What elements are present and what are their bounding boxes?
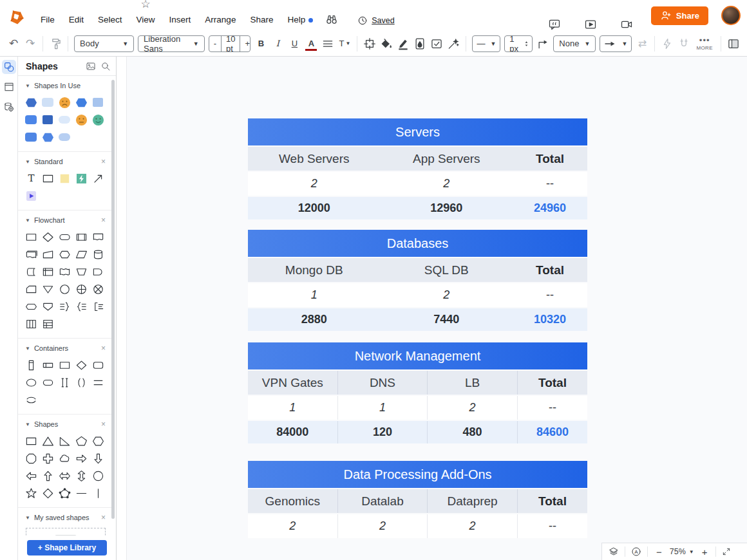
column-header[interactable]: Total bbox=[518, 371, 587, 395]
document-page[interactable]: Servers Web Servers App Servers Total 2 … bbox=[126, 57, 747, 560]
offpage-hexagon-icon[interactable] bbox=[24, 300, 37, 313]
stroke-stepper-icon[interactable] bbox=[523, 36, 532, 51]
sticky-note-icon[interactable] bbox=[58, 172, 71, 185]
table-cell[interactable]: 2880 bbox=[248, 308, 381, 331]
horizontal-braces-icon[interactable] bbox=[24, 393, 37, 406]
line-style-dropdown[interactable]: —▼ bbox=[472, 35, 500, 52]
find-shapes-icon[interactable] bbox=[325, 13, 338, 26]
column-header[interactable]: Web Servers bbox=[248, 147, 381, 171]
section-shapes-in-use[interactable]: ▼ Shapes In Use bbox=[18, 78, 112, 93]
table-cell[interactable]: 2 bbox=[248, 172, 381, 196]
rounded-container-icon[interactable] bbox=[91, 359, 104, 371]
table-data-processing-addons[interactable]: Data Processing Add-Ons Genomics Datalab… bbox=[248, 461, 587, 538]
horizontal-lines-icon[interactable] bbox=[91, 376, 104, 389]
lucidchart-logo[interactable] bbox=[8, 8, 26, 26]
menu-select[interactable]: Select bbox=[91, 14, 129, 26]
table-title[interactable]: Network Management bbox=[248, 342, 587, 369]
image-import-icon[interactable] bbox=[86, 61, 96, 71]
section-standard[interactable]: ▼ Standard × bbox=[18, 154, 112, 169]
predefined-process-icon[interactable] bbox=[75, 230, 88, 243]
column-header[interactable]: VPN Gates bbox=[248, 371, 338, 395]
rounded-thumbnail[interactable] bbox=[41, 96, 54, 109]
text-align-button[interactable] bbox=[319, 35, 336, 53]
diamond-icon[interactable] bbox=[41, 487, 54, 499]
table-cell[interactable]: 2 bbox=[381, 283, 513, 307]
rail-data-tab[interactable] bbox=[2, 100, 16, 114]
zoom-out-button[interactable]: − bbox=[654, 546, 665, 557]
cross-icon[interactable] bbox=[41, 452, 54, 465]
pill-thumbnail[interactable] bbox=[58, 113, 71, 126]
column-header[interactable]: Genomics bbox=[248, 489, 338, 513]
bold-button[interactable]: B bbox=[252, 35, 269, 53]
annotation-bracket-icon[interactable] bbox=[91, 300, 104, 313]
table-cell[interactable]: 12960 bbox=[381, 197, 513, 219]
column-header[interactable]: Mongo DB bbox=[248, 258, 381, 282]
section-containers[interactable]: ▼ Containers × bbox=[18, 341, 112, 356]
column-header[interactable]: LB bbox=[428, 371, 518, 395]
table-cell[interactable]: 1 bbox=[248, 283, 381, 307]
line-end-dropdown[interactable]: ▼ bbox=[600, 35, 632, 52]
table-servers[interactable]: Servers Web Servers App Servers Total 2 … bbox=[248, 118, 587, 219]
user-avatar[interactable] bbox=[721, 6, 741, 25]
table-cell[interactable]: 120 bbox=[338, 421, 428, 443]
underline-button[interactable]: U bbox=[286, 35, 303, 53]
panel-scrollbar[interactable] bbox=[111, 80, 115, 519]
arrow-down-icon[interactable] bbox=[91, 452, 104, 465]
table-total-cell[interactable]: 24960 bbox=[513, 197, 587, 219]
line-vertical-icon[interactable] bbox=[91, 487, 104, 499]
face-neutral-thumbnail[interactable] bbox=[75, 113, 88, 126]
column-header[interactable]: Total bbox=[518, 489, 587, 513]
column-header[interactable]: Datalab bbox=[338, 489, 428, 513]
internal-storage-icon[interactable] bbox=[41, 265, 54, 278]
column-header[interactable]: Total bbox=[513, 258, 587, 282]
menu-help[interactable]: Help bbox=[280, 14, 320, 26]
card-icon[interactable] bbox=[24, 283, 37, 295]
stroke-width-stepper[interactable]: 1 px bbox=[504, 35, 533, 52]
manual-operation-icon[interactable] bbox=[75, 265, 88, 278]
arrow-right-icon[interactable] bbox=[75, 452, 88, 465]
rectangle-icon[interactable] bbox=[24, 434, 37, 447]
column-header[interactable]: DNS bbox=[338, 371, 428, 395]
delay-icon[interactable] bbox=[91, 265, 104, 278]
save-status[interactable]: Saved bbox=[357, 15, 394, 26]
connector-icon[interactable] bbox=[58, 283, 71, 295]
rectangle-icon[interactable] bbox=[41, 172, 54, 185]
line-color-icon[interactable] bbox=[395, 35, 411, 53]
table-databases[interactable]: Databases Mongo DB SQL DB Total 1 2 -- 2… bbox=[248, 230, 587, 331]
format-painter-icon[interactable] bbox=[47, 35, 64, 53]
circle-icon[interactable] bbox=[91, 469, 104, 482]
arrow-up-icon[interactable] bbox=[41, 469, 54, 482]
square-thumbnail[interactable] bbox=[41, 113, 54, 126]
lightning-shape-icon[interactable] bbox=[75, 172, 88, 185]
arrow-left-icon[interactable] bbox=[24, 469, 37, 482]
swap-endpoints-icon[interactable]: ⇄ bbox=[634, 35, 650, 53]
favorite-star-icon[interactable]: ☆ bbox=[140, 0, 150, 11]
horizontal-container-icon[interactable] bbox=[41, 359, 54, 371]
font-size-value[interactable]: 10 pt bbox=[221, 36, 240, 51]
table-title[interactable]: Data Processing Add-Ons bbox=[248, 461, 587, 488]
menu-file[interactable]: File bbox=[33, 14, 62, 26]
redo-button[interactable]: ↷ bbox=[22, 35, 39, 53]
magic-wand-icon[interactable] bbox=[445, 35, 462, 53]
shape-search-icon[interactable] bbox=[100, 61, 111, 71]
vertical-container-icon[interactable] bbox=[24, 359, 37, 371]
close-section-icon[interactable]: × bbox=[101, 344, 106, 353]
presentation-icon[interactable] bbox=[584, 18, 597, 31]
terminator-icon[interactable] bbox=[58, 230, 71, 243]
pentagon-icon[interactable] bbox=[75, 434, 88, 447]
right-triangle-icon[interactable] bbox=[58, 434, 71, 447]
menu-edit[interactable]: Edit bbox=[62, 14, 91, 26]
display-icon[interactable] bbox=[58, 265, 71, 278]
text-color-button[interactable]: A bbox=[303, 35, 319, 53]
table-rows-icon[interactable] bbox=[41, 317, 54, 330]
text-options-button[interactable]: T▼ bbox=[336, 35, 353, 53]
rail-shapes-tab[interactable] bbox=[2, 60, 16, 74]
table-cell[interactable]: 480 bbox=[428, 421, 518, 443]
preparation-icon[interactable] bbox=[58, 248, 71, 261]
table-cell[interactable]: 84000 bbox=[248, 421, 338, 443]
vertical-bars-icon[interactable] bbox=[58, 376, 71, 389]
close-section-icon[interactable]: × bbox=[101, 513, 106, 522]
table-cell[interactable]: 7440 bbox=[381, 308, 513, 331]
shape-library-button[interactable]: + Shape Library bbox=[27, 540, 107, 555]
merge-icon[interactable] bbox=[41, 283, 54, 295]
